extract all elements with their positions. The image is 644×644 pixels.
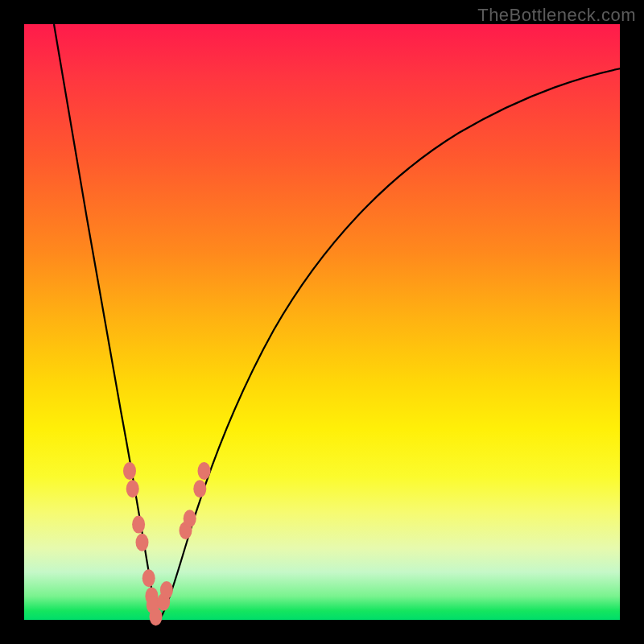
data-marker — [142, 569, 155, 587]
plot-area — [24, 24, 620, 620]
watermark-text: TheBottleneck.com — [477, 5, 636, 26]
right-curve — [159, 64, 644, 620]
data-marker — [132, 516, 145, 534]
data-marker — [126, 480, 139, 497]
data-marker — [123, 462, 136, 480]
data-marker — [198, 462, 211, 480]
data-marker — [193, 480, 206, 497]
data-marker — [136, 534, 149, 551]
data-marker — [160, 581, 173, 599]
data-marker — [150, 608, 163, 625]
chart-frame: TheBottleneck.com — [0, 0, 644, 644]
chart-svg — [24, 24, 620, 620]
data-marker — [184, 510, 196, 527]
marker-group — [123, 462, 211, 625]
left-curve — [54, 24, 159, 620]
